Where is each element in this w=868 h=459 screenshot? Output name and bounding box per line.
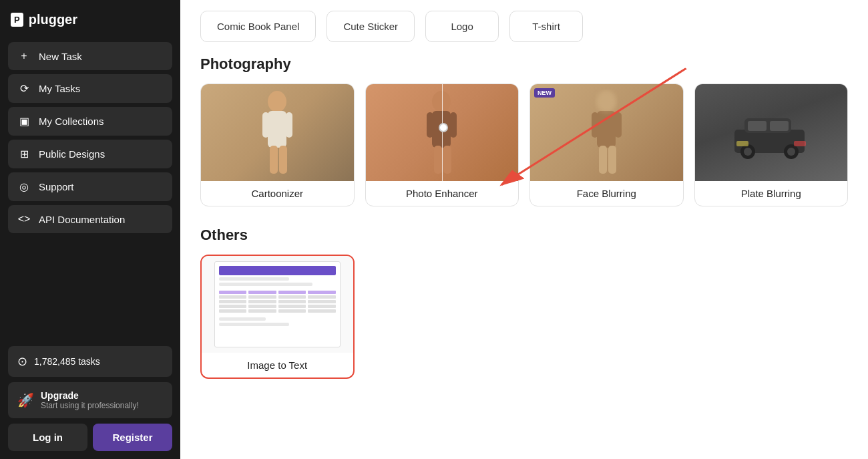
card-face-blurring[interactable]: NEW Face Blurring <box>529 84 684 206</box>
logo-text: plugger <box>29 12 77 27</box>
cell <box>308 305 336 308</box>
svg-point-28 <box>787 148 795 156</box>
upgrade-title: Upgrade <box>41 390 139 401</box>
svg-rect-4 <box>262 112 269 138</box>
image-to-text-image <box>202 256 353 353</box>
login-button[interactable]: Log in <box>8 424 87 451</box>
sidebar-item-support[interactable]: ◎ Support <box>8 172 172 201</box>
sidebar-item-label: Public Designs <box>39 148 105 160</box>
upgrade-text: Upgrade Start using it professionally! <box>41 390 139 410</box>
cell <box>219 305 247 308</box>
pill-comic-book-panel[interactable]: Comic Book Panel <box>200 11 316 42</box>
sidebar-bottom: ⊙ 1,782,485 tasks 🚀 Upgrade Start using … <box>0 338 180 459</box>
table-row-header <box>219 291 336 294</box>
upgrade-subtitle: Start using it professionally! <box>41 401 139 410</box>
svg-point-2 <box>268 91 286 112</box>
cell <box>248 295 276 299</box>
register-button[interactable]: Register <box>93 424 172 451</box>
car-figure <box>731 106 811 160</box>
pill-label: Logo <box>451 21 473 32</box>
photography-title: Photography <box>200 55 848 73</box>
tasks-icon: ⟳ <box>17 82 31 95</box>
table-row-4 <box>219 309 336 313</box>
main-content: Comic Book Panel Cute Sticker Logo T-shi… <box>180 0 868 459</box>
svg-rect-24 <box>770 121 789 131</box>
cell <box>219 291 247 294</box>
pill-cute-sticker[interactable]: Cute Sticker <box>327 11 415 42</box>
cell <box>308 295 336 299</box>
collections-icon: ▣ <box>17 115 31 128</box>
face-blurring-label: Face Blurring <box>530 181 683 206</box>
invoice-line-1 <box>219 277 289 281</box>
svg-rect-18 <box>599 146 607 174</box>
table-row-2 <box>219 300 336 303</box>
card-image-to-text[interactable]: Image to Text <box>200 255 355 379</box>
footer-line-1 <box>219 317 266 321</box>
support-icon: ◎ <box>17 180 31 193</box>
others-cards-grid: Image to Text <box>200 255 848 379</box>
sidebar-item-label: My Tasks <box>39 83 80 94</box>
cell <box>308 300 336 303</box>
svg-rect-12 <box>434 146 442 174</box>
card-plate-blurring[interactable]: Plate Blurring <box>694 84 849 206</box>
svg-rect-6 <box>270 146 278 174</box>
cell <box>308 309 336 313</box>
plate-blurring-image <box>695 84 848 181</box>
sidebar-nav: + New Task ⟳ My Tasks ▣ My Collections ⊞… <box>0 37 180 338</box>
photo-enhancer-label: Photo Enhancer <box>366 181 519 206</box>
svg-rect-29 <box>736 141 748 146</box>
svg-rect-23 <box>748 121 767 131</box>
tasks-count-label: 1,782,485 tasks <box>34 356 100 367</box>
cell <box>278 309 306 313</box>
cell <box>219 309 247 313</box>
card-cartoonizer[interactable]: Cartoonizer <box>200 84 355 206</box>
design-pills-row: Comic Book Panel Cute Sticker Logo T-shi… <box>200 0 848 55</box>
check-circle-icon: ⊙ <box>17 354 27 369</box>
card-photo-enhancer[interactable]: Photo Enhancer <box>365 84 519 206</box>
pill-label: Cute Sticker <box>343 21 398 32</box>
upgrade-box[interactable]: 🚀 Upgrade Start using it professionally! <box>8 382 172 418</box>
photography-section: Photography <box>200 55 848 206</box>
sidebar-item-label: New Task <box>39 51 82 62</box>
tasks-count-badge: ⊙ 1,782,485 tasks <box>8 346 172 377</box>
cell <box>248 300 276 303</box>
person-figure-3 <box>588 90 625 176</box>
cell <box>278 295 306 299</box>
svg-rect-3 <box>268 111 286 148</box>
cell <box>278 291 306 294</box>
pill-t-shirt[interactable]: T-shirt <box>509 11 583 42</box>
sidebar-item-label: My Collections <box>39 116 104 127</box>
pill-label: Comic Book Panel <box>217 21 299 32</box>
invoice-line-2 <box>219 283 312 286</box>
cell <box>308 291 336 294</box>
rocket-icon: 🚀 <box>17 392 34 408</box>
svg-rect-10 <box>427 112 433 138</box>
pill-logo[interactable]: Logo <box>425 11 499 42</box>
svg-rect-16 <box>592 112 598 138</box>
svg-point-20 <box>597 91 616 112</box>
photography-cards-grid: Cartoonizer Photo E <box>200 84 848 206</box>
sidebar-item-new-task[interactable]: + New Task <box>8 42 172 70</box>
svg-rect-30 <box>794 141 806 146</box>
designs-icon: ⊞ <box>17 148 31 160</box>
cartoonizer-image <box>201 84 354 181</box>
person-figure <box>259 90 296 176</box>
footer-line-2 <box>219 323 289 326</box>
sidebar-item-my-collections[interactable]: ▣ My Collections <box>8 107 172 136</box>
others-section: Others <box>200 226 848 379</box>
svg-rect-7 <box>279 146 287 174</box>
table-row-3 <box>219 305 336 308</box>
face-blurring-image: NEW <box>530 84 683 181</box>
invoice-header <box>219 266 336 275</box>
svg-rect-17 <box>615 112 622 138</box>
plus-icon: + <box>17 50 31 62</box>
sidebar-item-my-tasks[interactable]: ⟳ My Tasks <box>8 74 172 103</box>
svg-rect-13 <box>443 146 451 174</box>
sidebar-item-public-designs[interactable]: ⊞ Public Designs <box>8 140 172 168</box>
svg-point-26 <box>744 148 752 156</box>
sidebar-item-api-docs[interactable]: <> API Documentation <box>8 205 172 233</box>
photo-enhancer-image <box>366 84 519 181</box>
svg-rect-11 <box>450 112 457 138</box>
image-to-text-label: Image to Text <box>202 353 353 377</box>
svg-rect-5 <box>286 112 292 138</box>
